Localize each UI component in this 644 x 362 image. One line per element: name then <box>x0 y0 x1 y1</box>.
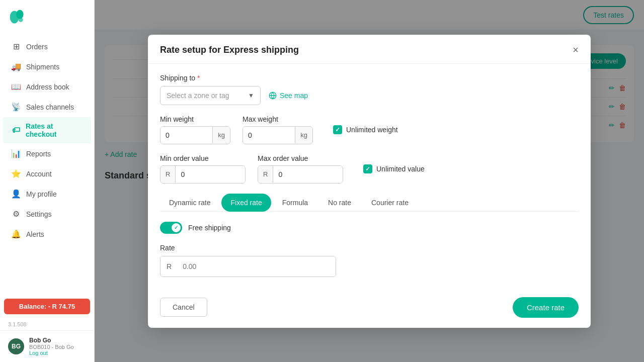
alerts-icon: 🔔 <box>11 229 21 239</box>
max-weight-label: Max weight <box>243 115 313 123</box>
sidebar: ⊞ Orders 🚚 Shipments 📖 Address book 📡 Sa… <box>0 0 95 362</box>
rate-prefix: R <box>160 256 178 277</box>
sidebar-item-rates-at-checkout[interactable]: 🏷 Rates at checkout <box>3 117 91 143</box>
min-order-group: Min order value R <box>160 154 246 184</box>
modal-header: Rate setup for Express shipping × <box>148 35 591 64</box>
settings-icon: ⚙ <box>11 209 21 219</box>
tab-fixed-rate[interactable]: Fixed rate <box>221 194 271 212</box>
toggle-knob: ✓ <box>172 223 181 232</box>
my-profile-icon: 👤 <box>11 189 21 199</box>
max-weight-group: Max weight kg <box>243 115 313 144</box>
min-order-input-wrapper: R <box>160 165 246 184</box>
globe-icon <box>269 92 277 100</box>
tab-dynamic-rate[interactable]: Dynamic rate <box>160 194 219 212</box>
max-order-prefix: R <box>258 166 273 183</box>
unlimited-weight-checkbox[interactable] <box>333 125 342 134</box>
max-order-label: Max order value <box>258 154 343 162</box>
avatar: BG <box>8 338 24 354</box>
sidebar-item-my-profile[interactable]: 👤 My profile <box>3 184 91 204</box>
weight-unit-min: kg <box>212 127 230 143</box>
user-code: BOB010 - Bob Go <box>29 344 74 350</box>
rates-icon: 🏷 <box>11 126 21 135</box>
unlimited-weight-label: Unlimited weight <box>346 126 398 134</box>
min-order-input[interactable] <box>176 166 245 183</box>
sidebar-item-account[interactable]: ⭐ Account <box>3 164 91 184</box>
balance-badge: Balance: - R 74.75 <box>4 299 90 314</box>
modal-overlay: Rate setup for Express shipping × Shippi… <box>95 0 644 362</box>
rate-input[interactable] <box>178 256 336 277</box>
sidebar-item-orders[interactable]: ⊞ Orders <box>3 37 91 56</box>
weight-row: Min weight kg Max weight kg <box>160 115 579 144</box>
modal-dialog: Rate setup for Express shipping × Shippi… <box>148 35 591 328</box>
min-weight-input-wrapper: kg <box>160 126 230 144</box>
sales-channels-icon: 📡 <box>11 102 21 112</box>
max-weight-input-wrapper: kg <box>243 126 313 144</box>
address-book-icon: 📖 <box>11 82 21 92</box>
reports-icon: 📊 <box>11 149 21 158</box>
tab-no-rate[interactable]: No rate <box>319 194 360 212</box>
modal-title: Rate setup for Express shipping <box>160 45 299 55</box>
sidebar-item-address-book[interactable]: 📖 Address book <box>3 77 91 97</box>
orders-icon: ⊞ <box>11 42 21 51</box>
free-shipping-row: ✓ Free shipping <box>160 222 579 234</box>
close-button[interactable]: × <box>573 45 579 55</box>
shipments-icon: 🚚 <box>11 62 21 71</box>
max-order-input[interactable] <box>273 166 343 183</box>
shipping-to-label: Shipping to * <box>160 74 579 82</box>
sidebar-item-sales-channels[interactable]: 📡 Sales channels <box>3 97 91 117</box>
weight-unit-max: kg <box>295 127 312 143</box>
version-label: 3.1.508 <box>0 318 94 330</box>
min-weight-input[interactable] <box>160 127 212 144</box>
sidebar-item-settings[interactable]: ⚙ Settings <box>3 204 91 224</box>
unlimited-value-group: Unlimited value <box>363 164 425 173</box>
modal-body: Shipping to * Select a zone or tag ▼ See… <box>148 64 591 289</box>
shipping-to-row: Select a zone or tag ▼ See map <box>160 86 579 105</box>
sidebar-nav: ⊞ Orders 🚚 Shipments 📖 Address book 📡 Sa… <box>0 32 94 295</box>
free-shipping-toggle[interactable]: ✓ <box>160 222 182 234</box>
main-content: Test rates create service level ⧉ ✏ 🗑 ▲ … <box>95 0 644 362</box>
tab-formula[interactable]: Formula <box>273 194 317 212</box>
rate-tabs: Dynamic rate Fixed rate Formula No rate … <box>160 194 579 212</box>
tab-courier-rate[interactable]: Courier rate <box>362 194 418 212</box>
see-map-link[interactable]: See map <box>269 92 308 100</box>
unlimited-value-label: Unlimited value <box>376 165 425 173</box>
min-order-label: Min order value <box>160 154 246 162</box>
zone-tag-dropdown[interactable]: Select a zone or tag ▼ <box>160 86 261 105</box>
min-weight-label: Min weight <box>160 115 230 123</box>
create-rate-button[interactable]: Create rate <box>513 297 579 318</box>
cancel-button[interactable]: Cancel <box>160 298 207 317</box>
chevron-down-icon: ▼ <box>248 92 254 99</box>
max-order-input-wrapper: R <box>258 165 343 184</box>
sidebar-item-shipments[interactable]: 🚚 Shipments <box>3 57 91 76</box>
min-weight-group: Min weight kg <box>160 115 230 144</box>
unlimited-weight-group: Unlimited weight <box>333 125 398 134</box>
order-value-row: Min order value R Max order value R <box>160 154 579 184</box>
rate-section: Rate R <box>160 244 579 277</box>
rate-label: Rate <box>160 244 579 252</box>
dropdown-placeholder: Select a zone or tag <box>167 92 229 100</box>
user-name: Bob Go <box>29 337 74 344</box>
max-order-group: Max order value R <box>258 154 343 184</box>
sidebar-item-alerts[interactable]: 🔔 Alerts <box>3 224 91 244</box>
rate-input-wrapper: R <box>160 256 336 277</box>
unlimited-value-checkbox[interactable] <box>363 164 372 173</box>
free-shipping-label: Free shipping <box>188 224 231 232</box>
sidebar-logo <box>0 0 94 32</box>
see-map-label: See map <box>280 92 308 100</box>
min-order-prefix: R <box>160 166 176 183</box>
svg-point-2 <box>19 18 23 22</box>
account-icon: ⭐ <box>11 169 21 178</box>
sidebar-user: BG Bob Go BOB010 - Bob Go Log out <box>0 330 94 362</box>
svg-point-1 <box>16 10 23 19</box>
max-weight-input[interactable] <box>243 127 295 144</box>
modal-footer: Cancel Create rate <box>148 289 591 328</box>
sidebar-item-reports[interactable]: 📊 Reports <box>3 144 91 163</box>
logout-link[interactable]: Log out <box>29 350 74 356</box>
